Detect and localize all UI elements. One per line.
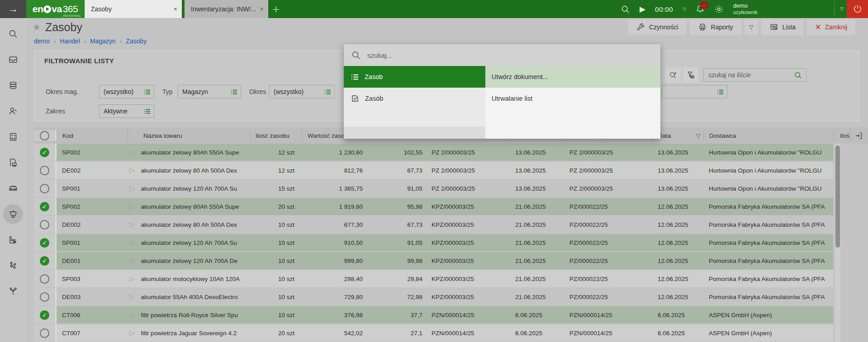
col-header-ilosc2[interactable]: Iloś bbox=[833, 130, 850, 141]
submenu-item-utworz-dokument[interactable]: Utwórz dokument... bbox=[485, 66, 660, 88]
row-select-circle[interactable] bbox=[40, 148, 49, 157]
column-filter-icon[interactable]: ▽ bbox=[696, 132, 701, 139]
expand-row-icon[interactable]: ▷ bbox=[129, 293, 135, 301]
sidebar-item-handel[interactable] bbox=[3, 204, 23, 224]
dokument-dropdown[interactable] bbox=[662, 85, 727, 98]
user-menu[interactable]: demo uzytkownik bbox=[733, 3, 758, 15]
sidebar-item-search[interactable] bbox=[3, 24, 23, 44]
row-select-cell[interactable] bbox=[34, 162, 57, 179]
table-row[interactable]: CT007 ▷filtr powietrza Jaguar Sovereign … bbox=[34, 324, 868, 342]
list-search-input[interactable]: szukaj na liście bbox=[703, 68, 806, 82]
select-all-circle[interactable] bbox=[40, 131, 49, 141]
menu-search-input[interactable]: szukaj... bbox=[344, 44, 660, 66]
raporty-button[interactable]: Raporty bbox=[690, 19, 741, 35]
sidebar-item-workflow[interactable] bbox=[3, 281, 23, 301]
global-search-icon[interactable] bbox=[621, 5, 630, 14]
table-row[interactable]: SP002 ▷akumulator żelowy 80Ah 550A Supe … bbox=[34, 198, 868, 215]
lista-button[interactable]: Lista bbox=[761, 19, 804, 35]
table-row[interactable]: SP002 ▷akumulator żelowy 80Ah 550A Supe … bbox=[34, 144, 868, 161]
row-select-circle[interactable] bbox=[40, 220, 49, 230]
row-select-cell[interactable] bbox=[34, 144, 57, 161]
table-row[interactable]: SP001 ▷akumulator żelowy 120 Ah 700A Su … bbox=[34, 180, 868, 197]
menu-item-zasob-check[interactable]: Zasób bbox=[344, 88, 485, 109]
row-select-circle[interactable] bbox=[40, 202, 49, 211]
row-select-cell[interactable] bbox=[34, 252, 57, 269]
select-all-header[interactable] bbox=[34, 130, 57, 141]
vertical-scrollbar[interactable] bbox=[835, 144, 840, 342]
col-header-kod[interactable]: Kod bbox=[57, 130, 128, 141]
table-row[interactable]: DE001 ▷akumulator żelowy 120 Ah 700A De … bbox=[34, 252, 868, 269]
sidebar-expand-button[interactable]: → bbox=[0, 0, 26, 18]
expand-row-icon[interactable]: ▷ bbox=[129, 220, 135, 229]
row-select-cell[interactable] bbox=[34, 288, 57, 305]
col-header-nazwa[interactable]: Nazwa towaru bbox=[128, 130, 250, 141]
row-select-circle[interactable] bbox=[40, 256, 49, 266]
tab-inwentaryzacja[interactable]: Inwentaryzacja: INW/... × bbox=[185, 0, 268, 18]
row-select-cell[interactable] bbox=[34, 270, 57, 287]
row-select-circle[interactable] bbox=[40, 166, 49, 175]
scrollbar-thumb[interactable] bbox=[835, 145, 840, 248]
table-row[interactable]: DE002 ▷akumulator żelowy 80 Ah 500A Dex … bbox=[34, 216, 868, 233]
row-select-cell[interactable] bbox=[34, 216, 57, 233]
advanced-search-button[interactable] bbox=[665, 67, 681, 83]
table-row[interactable]: CT006 ▷filtr powietrza Roll-Royce Silver… bbox=[34, 306, 868, 323]
logout-button[interactable] bbox=[847, 0, 868, 18]
row-select-circle[interactable] bbox=[40, 238, 49, 248]
sidebar-item-logistics[interactable] bbox=[3, 153, 23, 173]
row-select-cell[interactable] bbox=[34, 198, 57, 215]
col-header-dostawca[interactable]: Dostawca bbox=[703, 130, 833, 141]
sidebar-item-vehicles[interactable] bbox=[3, 178, 23, 198]
expand-row-icon[interactable]: ▷ bbox=[129, 329, 135, 337]
expand-row-icon[interactable]: ▷ bbox=[129, 166, 135, 174]
breadcrumb-magazyn[interactable]: Magazyn bbox=[90, 37, 116, 45]
sidebar-item-inbox[interactable] bbox=[3, 50, 23, 70]
expand-row-icon[interactable]: ▷ bbox=[129, 275, 135, 283]
tab-close-icon[interactable]: × bbox=[174, 5, 177, 13]
row-select-circle[interactable] bbox=[40, 310, 49, 320]
timer-caret-icon[interactable]: ▽ bbox=[683, 7, 686, 12]
typ-dropdown[interactable]: Magazyn bbox=[178, 85, 241, 98]
submenu-item-utrwalanie-list[interactable]: Utrwalanie list bbox=[485, 88, 660, 109]
sidebar-item-contacts[interactable] bbox=[3, 101, 23, 121]
table-row[interactable]: SP001 ▷akumulator żelowy 120 Ah 700A Su … bbox=[34, 234, 868, 251]
czynnosci-button[interactable]: Czynności bbox=[628, 19, 687, 35]
table-row[interactable]: DE003 ▷akumulator 55Ah 400A DexoElectro … bbox=[34, 288, 868, 305]
play-icon[interactable]: ▶ bbox=[640, 5, 645, 14]
sidebar-item-structure[interactable] bbox=[3, 256, 23, 276]
expand-row-icon[interactable]: ▷ bbox=[129, 202, 135, 211]
zamknij-button[interactable]: × Zamknij bbox=[807, 19, 855, 35]
raporty-dropdown-caret[interactable]: ▽ bbox=[745, 19, 758, 35]
expand-row-icon[interactable]: ▷ bbox=[129, 239, 135, 247]
breadcrumb-handel[interactable]: Handel bbox=[60, 37, 80, 45]
row-select-cell[interactable] bbox=[34, 180, 57, 197]
row-select-cell[interactable] bbox=[34, 324, 57, 342]
new-tab-button[interactable]: + bbox=[268, 0, 284, 18]
tab-zasoby[interactable]: Zasoby × bbox=[85, 0, 182, 18]
tab-close-icon[interactable]: × bbox=[260, 5, 264, 13]
expand-row-icon[interactable]: ▷ bbox=[129, 184, 135, 192]
favorite-star-icon[interactable]: ★ bbox=[33, 22, 41, 33]
okres-mag-dropdown[interactable]: (wszystko) bbox=[99, 85, 154, 98]
table-row[interactable]: SP003 ▷akumulator motocyklowy 10Ah 120A … bbox=[34, 270, 868, 287]
notifications-button[interactable]: ... bbox=[696, 5, 705, 14]
menu-item-zasob[interactable]: Zasob bbox=[344, 66, 485, 88]
expand-row-icon[interactable]: ▷ bbox=[129, 311, 135, 319]
timer-display[interactable]: 00:00 bbox=[655, 5, 673, 13]
filter-builder-button[interactable] bbox=[683, 67, 698, 83]
row-select-circle[interactable] bbox=[40, 184, 49, 193]
col-header-ilosc[interactable]: Ilość zasobu bbox=[250, 130, 302, 141]
row-select-circle[interactable] bbox=[40, 328, 49, 338]
breadcrumb-demo[interactable]: demo bbox=[34, 37, 50, 45]
row-select-cell[interactable] bbox=[34, 234, 57, 251]
row-select-cell[interactable] bbox=[34, 306, 57, 323]
expand-row-icon[interactable]: ▷ bbox=[129, 148, 135, 156]
zakres-dropdown[interactable]: Aktywne bbox=[99, 104, 154, 118]
dock-panel-button[interactable] bbox=[850, 130, 867, 141]
table-row[interactable]: DE002 ▷akumulator żelowy 80 Ah 500A Dex … bbox=[34, 162, 868, 179]
okres-dropdown[interactable]: (wszystko) bbox=[269, 85, 335, 98]
expand-row-icon[interactable]: ▷ bbox=[129, 257, 135, 265]
row-select-circle[interactable] bbox=[40, 292, 49, 302]
sidebar-item-calculator[interactable] bbox=[3, 127, 23, 147]
breadcrumb-zasoby[interactable]: Zasoby bbox=[126, 37, 147, 45]
power-menu-caret-icon[interactable]: ▽ bbox=[840, 6, 844, 11]
